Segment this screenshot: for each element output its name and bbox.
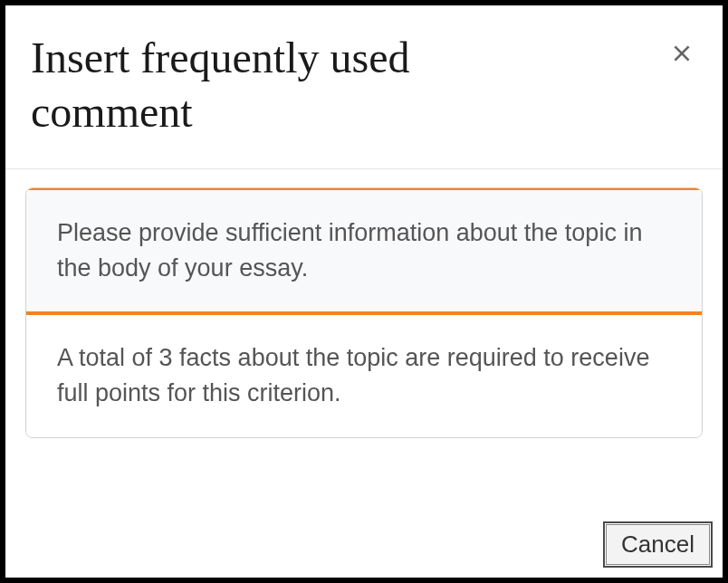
cancel-button[interactable]: Cancel [606,524,710,565]
dialog-header: Insert frequently used comment [5,5,723,169]
dialog-body: Please provide sufficient information ab… [5,169,723,438]
comment-list: Please provide sufficient information ab… [25,187,703,438]
insert-comment-dialog: Insert frequently used comment Please pr… [0,0,728,583]
comment-option[interactable]: A total of 3 facts about the topic are r… [26,315,702,436]
comment-text: A total of 3 facts about the topic are r… [57,344,649,406]
comment-text: Please provide sufficient information ab… [57,219,642,282]
dialog-title: Insert frequently used comment [31,31,574,139]
close-button[interactable] [666,38,697,72]
close-icon [670,42,694,65]
comment-option[interactable]: Please provide sufficient information ab… [26,187,702,315]
dialog-footer: Cancel [606,524,710,565]
